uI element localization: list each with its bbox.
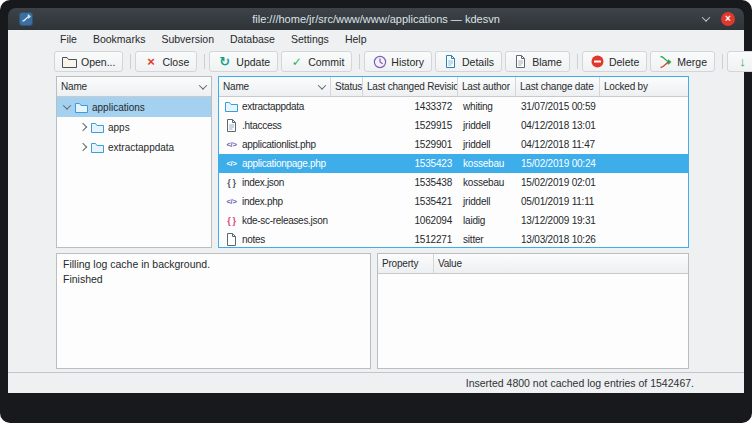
file-date: 13/12/2009 19:31	[516, 215, 600, 226]
file-row-selected[interactable]: </> applicationpage.php 1535423 kossebau…	[219, 154, 688, 173]
desktop-backdrop: file:///home/jr/src/www/www/applications…	[0, 0, 752, 423]
update-button[interactable]: ↻ Update	[209, 51, 278, 72]
properties-panel: Property Value	[377, 253, 689, 369]
properties-header: Property Value	[378, 254, 688, 274]
delete-icon	[590, 54, 605, 69]
text-file-icon	[225, 119, 238, 132]
merge-icon	[658, 54, 673, 69]
file-author: jriddell	[458, 196, 516, 207]
file-date: 15/02/2019 00:24	[516, 158, 600, 169]
toolbar-separator	[204, 54, 205, 69]
toolbar-separator	[130, 54, 131, 69]
file-name: index.php	[242, 196, 283, 207]
column-header-locked[interactable]: Locked by	[600, 77, 688, 96]
toolbar-separator	[359, 54, 360, 69]
window-title: file:///home/jr/src/www/www/applications…	[68, 8, 684, 30]
file-row[interactable]: { } kde-sc-releases.json 1062094 laidig …	[219, 211, 688, 230]
tree-item-extractappdata[interactable]: extractappdata	[57, 137, 211, 157]
file-name: index.json	[242, 177, 284, 188]
blame-label: Blame	[532, 56, 562, 68]
file-row[interactable]: </> applicationlist.php 1529901 jriddell…	[219, 135, 688, 154]
chevron-down-icon	[702, 13, 710, 21]
shade-button[interactable]	[700, 13, 712, 25]
checkout-arrow-icon: ↓	[735, 54, 750, 69]
file-date: 15/02/2019 02:01	[516, 177, 600, 188]
file-author: sitter	[458, 234, 516, 245]
file-row[interactable]: notes 1512271 sitter 13/03/2018 10:26	[219, 230, 688, 248]
file-revision: 1433372	[363, 101, 458, 112]
expander-icon[interactable]	[60, 104, 74, 110]
php-file-icon: </>	[225, 195, 238, 208]
file-name: applicationlist.php	[242, 139, 316, 150]
close-button[interactable]: ×	[721, 12, 735, 26]
file-row[interactable]: { } index.json 1535438 kossebau 15/02/20…	[219, 173, 688, 192]
file-row[interactable]: </> index.php 1535421 jriddell 05/01/201…	[219, 192, 688, 211]
commit-button[interactable]: ✓ Commit	[281, 51, 352, 72]
status-bar: Inserted 4800 not cached log entries of …	[8, 372, 744, 393]
menu-settings[interactable]: Settings	[283, 30, 337, 48]
file-revision: 1529915	[363, 120, 458, 131]
toolbar-separator	[722, 54, 723, 69]
details-label: Details	[462, 56, 494, 68]
folder-icon	[75, 102, 88, 113]
file-icon	[225, 233, 238, 246]
column-header-author[interactable]: Last author	[458, 77, 516, 96]
file-name: kde-sc-releases.json	[242, 215, 328, 226]
menu-file[interactable]: File	[52, 30, 85, 48]
expander-icon[interactable]	[76, 144, 90, 150]
file-date: 04/12/2018 11:47	[516, 139, 600, 150]
tree-item-apps[interactable]: apps	[57, 117, 211, 137]
status-message: Inserted 4800 not cached log entries of …	[466, 377, 694, 389]
file-name: .htaccess	[242, 120, 282, 131]
file-name: notes	[242, 234, 265, 245]
column-header-status[interactable]: Status	[331, 77, 363, 96]
column-header-name[interactable]: Name	[219, 77, 331, 96]
close-file-button[interactable]: × Close	[135, 51, 197, 72]
commit-label: Commit	[308, 56, 344, 68]
column-header-property[interactable]: Property	[378, 254, 434, 273]
menu-subversion[interactable]: Subversion	[153, 30, 222, 48]
delete-button[interactable]: Delete	[582, 51, 647, 72]
column-header-date[interactable]: Last change date	[516, 77, 600, 96]
tree-item-label: applications	[92, 102, 145, 113]
commit-check-icon: ✓	[289, 54, 304, 69]
menu-bookmarks[interactable]: Bookmarks	[85, 30, 154, 48]
tree-header: Name	[57, 77, 211, 97]
merge-button[interactable]: Merge	[650, 51, 715, 72]
details-button[interactable]: Details	[435, 51, 502, 72]
open-button[interactable]: Open...	[54, 51, 123, 72]
file-date: 04/12/2018 13:01	[516, 120, 600, 131]
column-header-revision[interactable]: Last changed Revision	[363, 77, 458, 96]
kdesvn-window: file:///home/jr/src/www/www/applications…	[8, 8, 744, 393]
tree-header-name[interactable]: Name	[57, 77, 211, 96]
history-button[interactable]: History	[364, 51, 432, 72]
details-document-icon	[443, 54, 458, 69]
file-list-panel: Name Status Last changed Revision Last a…	[218, 76, 689, 248]
column-header-value[interactable]: Value	[434, 254, 688, 273]
open-folder-icon	[62, 54, 77, 69]
file-row[interactable]: extractappdata 1433372 whiting 31/07/201…	[219, 97, 688, 116]
file-row[interactable]: .htaccess 1529915 jriddell 04/12/2018 13…	[219, 116, 688, 135]
file-name: extractappdata	[242, 101, 304, 112]
file-author: jriddell	[458, 139, 516, 150]
merge-label: Merge	[677, 56, 707, 68]
menu-database[interactable]: Database	[222, 30, 283, 48]
menu-bar: File Bookmarks Subversion Database Setti…	[8, 30, 744, 48]
tree-item-applications[interactable]: applications	[57, 97, 211, 117]
log-output-panel[interactable]: Filling log cache in background. Finishe…	[56, 253, 371, 369]
expander-icon[interactable]	[76, 124, 90, 130]
tree-item-label: extractappdata	[108, 142, 174, 153]
file-name: applicationpage.php	[242, 158, 326, 169]
log-line: Finished	[63, 272, 364, 287]
menu-help[interactable]: Help	[337, 30, 375, 48]
file-revision: 1535421	[363, 196, 458, 207]
file-date: 05/01/2019 11:11	[516, 196, 600, 207]
php-file-icon: </>	[225, 157, 238, 170]
json-file-icon: { }	[225, 214, 238, 227]
blame-button[interactable]: Blame	[505, 51, 570, 72]
tree-item-label: apps	[108, 122, 130, 133]
checkout-button[interactable]: ↓ Checkout	[727, 51, 752, 72]
app-icon[interactable]	[19, 12, 33, 26]
update-label: Update	[236, 56, 270, 68]
close-x-icon: ×	[143, 54, 158, 69]
